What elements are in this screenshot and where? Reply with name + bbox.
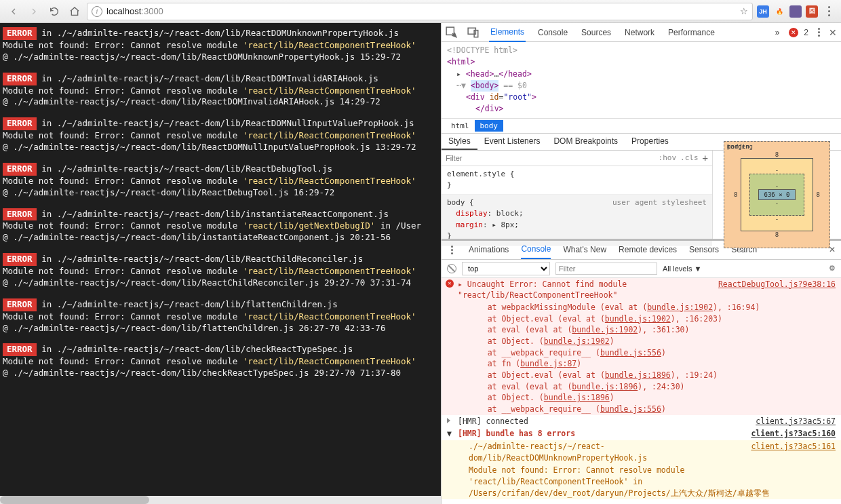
- elements-panel: <!DOCTYPE html> <html> ▸ <head>…</head> …: [442, 42, 841, 239]
- stack-frame[interactable]: at fn (bundle.js:87): [442, 358, 841, 370]
- hmr-err-link[interactable]: client.js?3ac5:160: [751, 428, 836, 440]
- console-filter-bar: top All levels ▼ ⚙: [442, 260, 841, 278]
- styles-tab-properties[interactable]: Properties: [625, 134, 676, 150]
- device-toggle-icon[interactable]: [467, 26, 480, 39]
- console-filter-input[interactable]: [555, 263, 657, 275]
- hmr-detail-row: ./~/adminlte-reactjs/~/react-dom/lib/Rea…: [442, 440, 841, 464]
- more-tabs-icon[interactable]: »: [775, 28, 780, 37]
- drawer-tab-sensors[interactable]: Sensors: [689, 245, 719, 254]
- devtools-tabs: ElementsConsoleSourcesNetworkPerformance: [489, 23, 766, 42]
- extension-fire[interactable]: 🔥: [773, 5, 785, 18]
- hmr-errors-row: ▼ [HMR] bundle has 8 errors client.js?3a…: [442, 427, 841, 440]
- stack-frame[interactable]: at __webpack_require__ (bundle.js:556): [442, 404, 841, 415]
- console-error-row: ✕ ▸ Uncaught Error: Cannot find module "…: [442, 278, 841, 302]
- body-ua-rule[interactable]: user agent stylesheet body { display: bl…: [442, 195, 712, 246]
- console-levels[interactable]: All levels ▼: [663, 265, 701, 273]
- scrollbar-thumb[interactable]: [0, 496, 149, 504]
- stack-frame[interactable]: at Object. (bundle.js:1896): [442, 392, 841, 404]
- horizontal-scrollbar[interactable]: [0, 496, 441, 504]
- element-style-rule[interactable]: element.style { }: [442, 166, 712, 195]
- div-root-node[interactable]: <div id="root">: [466, 92, 536, 102]
- devtools-drawer: AnimationsConsoleWhat's NewRemote device…: [442, 239, 841, 505]
- drawer-tab-console[interactable]: Console: [521, 240, 551, 259]
- styles-filter-row: :hov .cls +: [442, 151, 712, 166]
- extension-icons: JH 🔥 囧: [757, 5, 818, 18]
- breadcrumb-html[interactable]: html: [446, 120, 475, 132]
- address-bar[interactable]: i localhost:3000 ☆: [87, 3, 753, 20]
- expand-icon[interactable]: [447, 418, 450, 423]
- styles-pane: :hov .cls + element.style { } user agent…: [442, 151, 712, 239]
- box-model[interactable]: margin8 8 border- padding- 636 × 0 - - 8…: [712, 151, 841, 239]
- drawer-tab-remote-devices[interactable]: Remote devices: [619, 245, 677, 254]
- error-source-link[interactable]: ReactDebugTool.js?9e38:16: [718, 279, 836, 301]
- drawer-tab-animations[interactable]: Animations: [469, 245, 509, 254]
- body-node-selected[interactable]: <body>: [471, 80, 499, 92]
- extension-purple[interactable]: [789, 5, 802, 18]
- hmr-detail-row2: Module not found: Error: Cannot resolve …: [442, 464, 841, 499]
- drawer-tab-what-s-new[interactable]: What's New: [563, 245, 606, 254]
- cls-toggle[interactable]: .cls: [680, 153, 699, 162]
- html-open: <html>: [447, 57, 475, 66]
- stack-frame[interactable]: at Object. (bundle.js:1902): [442, 336, 841, 347]
- url-host: localhost: [106, 6, 141, 16]
- home-button[interactable]: [66, 3, 83, 20]
- devtools-tab-elements[interactable]: Elements: [489, 23, 526, 42]
- error-icon: ✕: [446, 279, 454, 288]
- drawer-menu-icon[interactable]: [447, 246, 456, 254]
- browser-toolbar: i localhost:3000 ☆ JH 🔥 囧: [0, 0, 841, 23]
- back-button[interactable]: [5, 3, 22, 20]
- bookmark-star-icon[interactable]: ☆: [740, 6, 748, 16]
- hov-toggle[interactable]: :hov: [659, 153, 677, 162]
- div-close: </div>: [475, 104, 504, 113]
- stack-frame[interactable]: at Object.eval (eval at (bundle.js:1896)…: [442, 370, 841, 381]
- site-info-icon[interactable]: i: [92, 6, 102, 17]
- hmr-connected-row: [HMR] connected client.js?3ac5:67: [442, 415, 841, 428]
- error-count: 2: [804, 28, 808, 37]
- box-model-content: 636 × 0: [758, 189, 796, 200]
- devtools-tab-performance[interactable]: Performance: [667, 23, 716, 42]
- styles-tab-styles[interactable]: Styles: [442, 134, 477, 150]
- clear-console-icon[interactable]: [447, 264, 456, 273]
- chrome-menu-button[interactable]: [822, 6, 836, 16]
- devtools-panel: ElementsConsoleSourcesNetworkPerformance…: [441, 23, 841, 504]
- devtools-tab-network[interactable]: Network: [623, 23, 656, 42]
- head-node[interactable]: ▸ <head>…</head>: [456, 69, 532, 79]
- url-port: :3000: [141, 6, 163, 16]
- console-output[interactable]: ✕ ▸ Uncaught Error: Cannot find module "…: [442, 278, 841, 505]
- stack-frame[interactable]: at Object.eval (eval at (bundle.js:1902)…: [442, 313, 841, 325]
- dom-tree[interactable]: <!DOCTYPE html> <html> ▸ <head>…</head> …: [442, 42, 841, 118]
- error-count-badge[interactable]: ✕: [789, 28, 798, 37]
- hmr-link[interactable]: client.js?3ac5:67: [756, 416, 836, 427]
- stack-frame[interactable]: at webpackMissingModule (eval at (bundle…: [442, 302, 841, 313]
- extension-jh[interactable]: JH: [757, 5, 769, 18]
- styles-filter-input[interactable]: [446, 154, 654, 162]
- devtools-menu-icon[interactable]: [814, 28, 823, 37]
- devtools-tab-console[interactable]: Console: [536, 23, 569, 42]
- reload-button[interactable]: [46, 3, 62, 20]
- stack-frame[interactable]: at __webpack_require__ (bundle.js:556): [442, 347, 841, 359]
- devtools-tab-sources[interactable]: Sources: [580, 23, 612, 42]
- stack-frame[interactable]: at eval (eval at (bundle.js:1896), :24:3…: [442, 381, 841, 393]
- console-settings-icon[interactable]: ⚙: [829, 264, 836, 273]
- styles-tab-event-listeners[interactable]: Event Listeners: [477, 134, 547, 150]
- new-rule-icon[interactable]: +: [703, 153, 708, 163]
- stack-frame[interactable]: at eval (eval at (bundle.js:1902), :361:…: [442, 324, 841, 336]
- webpack-error-overlay: ERROR in ./~/adminlte-reactjs/~/react-do…: [0, 23, 441, 504]
- devtools-close-icon[interactable]: ✕: [829, 27, 837, 38]
- extension-red[interactable]: 囧: [806, 5, 818, 18]
- doctype-node: <!DOCTYPE html>: [447, 45, 836, 56]
- console-context-select[interactable]: top: [462, 262, 550, 275]
- hmr-detail-link[interactable]: client.js?3ac5:161: [751, 441, 836, 463]
- devtools-toolbar: ElementsConsoleSourcesNetworkPerformance…: [442, 23, 841, 42]
- inspect-element-icon[interactable]: [446, 26, 458, 39]
- styles-tab-dom-breakpoints[interactable]: DOM Breakpoints: [547, 134, 625, 150]
- breadcrumb-body[interactable]: body: [475, 120, 504, 132]
- forward-button[interactable]: [26, 3, 42, 20]
- dom-breadcrumb[interactable]: html body: [442, 118, 841, 133]
